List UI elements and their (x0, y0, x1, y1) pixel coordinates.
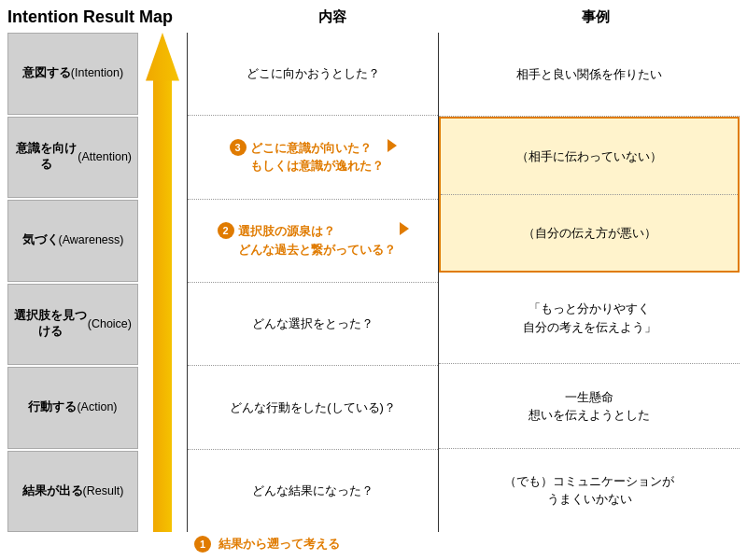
label-attention: 意識を向ける(Attention) (7, 117, 138, 199)
content-intention: どこに向かおうとした？ (188, 33, 438, 116)
content-result: どんな結果になった？ (188, 450, 438, 532)
label-intention: 意図する(Intention) (7, 33, 138, 115)
svg-rect-0 (153, 71, 172, 532)
bottom-content: 1 結果から遡って考える (187, 536, 442, 553)
label-awareness: 気づく(Awareness) (7, 200, 138, 282)
result-attention: （相手に伝わっていない） (441, 119, 738, 194)
svg-marker-1 (146, 33, 179, 80)
content-action: どんな行動をした(している)？ (188, 366, 438, 449)
result-result: （でも）コミュニケーションがうまくいかない (439, 449, 740, 532)
content-awareness: 2 選択肢の源泉は？どんな過去と繋がっている？ (188, 200, 438, 283)
main-grid: 意図する(Intention) 意識を向ける(Attention) 気づく(Aw… (7, 33, 740, 532)
label-result: 結果が出る(Result) (7, 451, 138, 533)
labels-column: 意図する(Intention) 意識を向ける(Attention) 気づく(Aw… (7, 33, 138, 532)
content-attention-inner: 3 どこに意識が向いた？もしくは意識が逸れた？ (230, 139, 397, 175)
result-awareness: （自分の伝え方が悪い） (441, 194, 738, 271)
page-title: Intention Result Map (7, 7, 213, 27)
badge-1: 1 (194, 536, 211, 553)
bottom-result-spacer (442, 536, 740, 553)
main-container: Intention Result Map 内容 事例 意図する(Intentio… (0, 0, 747, 560)
content-choice: どんな選択をとった？ (188, 283, 438, 366)
up-arrow-svg (146, 33, 179, 532)
result-highlight-group: （相手に伝わっていない） （自分の伝え方が悪い） (439, 117, 740, 273)
result-column: 相手と良い関係を作りたい （相手に伝わっていない） （自分の伝え方が悪い） 「も… (439, 33, 740, 532)
label-action: 行動する(Action) (7, 367, 138, 449)
col-naiyou-header: 内容 (213, 8, 452, 26)
bottom-row: 1 結果から遡って考える (7, 536, 740, 553)
content-column: どこに向かおうとした？ 3 どこに意識が向いた？もしくは意識が逸れた？ 2 選択… (187, 33, 439, 532)
label-choice: 選択肢を見つける(Choice) (7, 284, 138, 366)
bottom-arrow-spacer (138, 536, 187, 553)
result-choice: 「もっと分かりやすく自分の考えを伝えよう」 (439, 273, 740, 364)
badge-2: 2 (218, 222, 234, 239)
header-row: Intention Result Map 内容 事例 (7, 7, 740, 27)
arrow-column (138, 33, 187, 532)
bottom-badge-row: 1 結果から遡って考える (194, 536, 340, 553)
content-attention: 3 どこに意識が向いた？もしくは意識が逸れた？ (188, 116, 438, 199)
result-action: 一生懸命想いを伝えようとした (439, 364, 740, 448)
arrow-right-attention (388, 139, 397, 152)
bottom-label: 結果から遡って考える (218, 536, 340, 553)
content-awareness-inner: 2 選択肢の源泉は？どんな過去と繋がっている？ (218, 222, 409, 259)
bottom-left-spacer (7, 536, 138, 553)
arrow-right-awareness (400, 222, 409, 235)
badge-3: 3 (230, 139, 247, 156)
col-jirei-header: 事例 (452, 8, 740, 26)
result-intention: 相手と良い関係を作りたい (439, 33, 740, 117)
